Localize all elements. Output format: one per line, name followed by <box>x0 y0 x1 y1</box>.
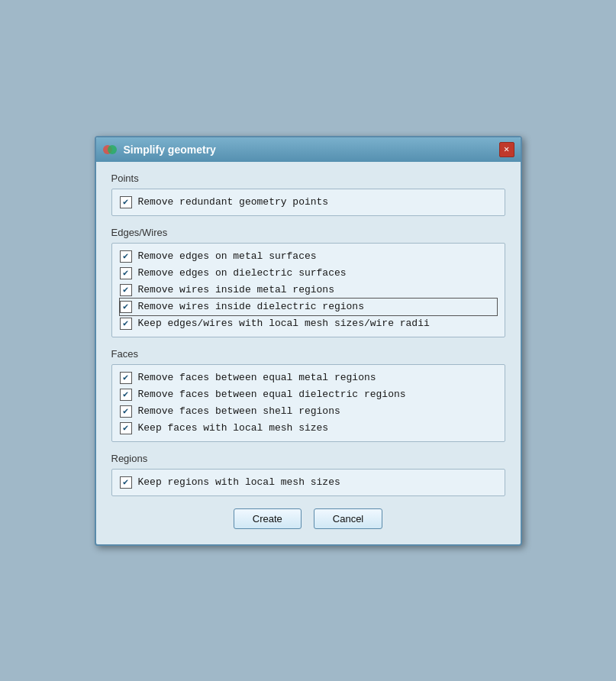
checkbox-row-remove-faces-shell: ✔ Remove faces between shell regions <box>120 403 497 420</box>
checkbox-remove-faces-shell[interactable]: ✔ <box>120 405 132 418</box>
checkbox-row-keep-edges-mesh: ✔ Keep edges/wires with local mesh sizes… <box>120 315 497 332</box>
checkbox-row-remove-edges-metal: ✔ Remove edges on metal surfaces <box>120 248 497 265</box>
checkbox-remove-redundant-points[interactable]: ✔ <box>120 196 132 208</box>
section-faces: Faces ✔ Remove faces between equal metal… <box>111 348 505 442</box>
section-edges-wires-label: Edges/Wires <box>111 227 505 238</box>
section-points-label: Points <box>111 173 505 184</box>
label-remove-wires-metal: Remove wires inside metal regions <box>138 284 334 295</box>
checkbox-remove-wires-dielectric[interactable]: ✔ <box>120 301 132 313</box>
section-points: Points ✔ Remove redundant geometry point… <box>111 173 505 216</box>
checkbox-row-remove-redundant-points: ✔ Remove redundant geometry points <box>120 194 497 211</box>
checkbox-remove-edges-dielectric[interactable]: ✔ <box>120 267 132 279</box>
checkbox-remove-edges-metal[interactable]: ✔ <box>120 250 132 263</box>
label-keep-edges-mesh: Keep edges/wires with local mesh sizes/w… <box>138 318 430 329</box>
checkbox-keep-faces-mesh[interactable]: ✔ <box>120 422 132 434</box>
checkbox-row-keep-faces-mesh: ✔ Keep faces with local mesh sizes <box>120 420 497 437</box>
checkbox-remove-faces-dielectric[interactable]: ✔ <box>120 389 132 401</box>
label-remove-edges-metal: Remove edges on metal surfaces <box>138 250 317 262</box>
section-faces-label: Faces <box>111 348 505 360</box>
section-regions: Regions ✔ Keep regions with local mesh s… <box>111 453 505 496</box>
checkbox-keep-regions-mesh[interactable]: ✔ <box>120 476 132 489</box>
label-remove-redundant-points: Remove redundant geometry points <box>138 196 329 208</box>
cancel-button[interactable]: Cancel <box>314 508 382 529</box>
checkbox-remove-wires-metal[interactable]: ✔ <box>120 284 132 296</box>
dialog-title: Simplify geometry <box>124 144 216 156</box>
checkbox-row-remove-wires-metal: ✔ Remove wires inside metal regions <box>120 282 497 299</box>
checkbox-row-remove-faces-dielectric: ✔ Remove faces between equal dielectric … <box>120 386 497 403</box>
label-remove-faces-dielectric: Remove faces between equal dielectric re… <box>138 389 406 400</box>
label-remove-faces-metal: Remove faces between equal metal regions <box>138 372 376 383</box>
checkbox-row-keep-regions-mesh: ✔ Keep regions with local mesh sizes <box>120 474 497 491</box>
simplify-geometry-dialog: Simplify geometry ✕ Points ✔ Remove redu… <box>95 136 522 546</box>
section-regions-content: ✔ Keep regions with local mesh sizes <box>111 469 505 496</box>
label-remove-wires-dielectric: Remove wires inside dielectric regions <box>138 301 364 312</box>
checkbox-remove-faces-metal[interactable]: ✔ <box>120 372 132 384</box>
app-icon <box>102 142 118 157</box>
create-button[interactable]: Create <box>234 508 302 529</box>
checkbox-keep-edges-mesh[interactable]: ✔ <box>120 318 132 330</box>
section-points-content: ✔ Remove redundant geometry points <box>111 189 505 216</box>
label-remove-edges-dielectric: Remove edges on dielectric surfaces <box>138 267 347 279</box>
title-bar-left: Simplify geometry <box>102 142 216 157</box>
checkbox-row-remove-wires-dielectric: ✔ Remove wires inside dielectric regions <box>120 299 497 315</box>
checkbox-row-remove-faces-metal: ✔ Remove faces between equal metal regio… <box>120 370 497 386</box>
section-faces-content: ✔ Remove faces between equal metal regio… <box>111 364 505 442</box>
label-keep-regions-mesh: Keep regions with local mesh sizes <box>138 476 340 488</box>
svg-point-1 <box>108 145 117 154</box>
section-edges-wires-content: ✔ Remove edges on metal surfaces ✔ Remov… <box>111 243 505 337</box>
dialog-body: Points ✔ Remove redundant geometry point… <box>96 162 521 544</box>
label-remove-faces-shell: Remove faces between shell regions <box>138 405 340 417</box>
checkmark: ✔ <box>123 198 128 207</box>
button-row: Create Cancel <box>111 508 505 532</box>
close-button[interactable]: ✕ <box>499 142 514 157</box>
section-regions-label: Regions <box>111 453 505 464</box>
title-bar: Simplify geometry ✕ <box>96 137 521 162</box>
section-edges-wires: Edges/Wires ✔ Remove edges on metal surf… <box>111 227 505 337</box>
checkbox-row-remove-edges-dielectric: ✔ Remove edges on dielectric surfaces <box>120 265 497 282</box>
label-keep-faces-mesh: Keep faces with local mesh sizes <box>138 422 329 434</box>
